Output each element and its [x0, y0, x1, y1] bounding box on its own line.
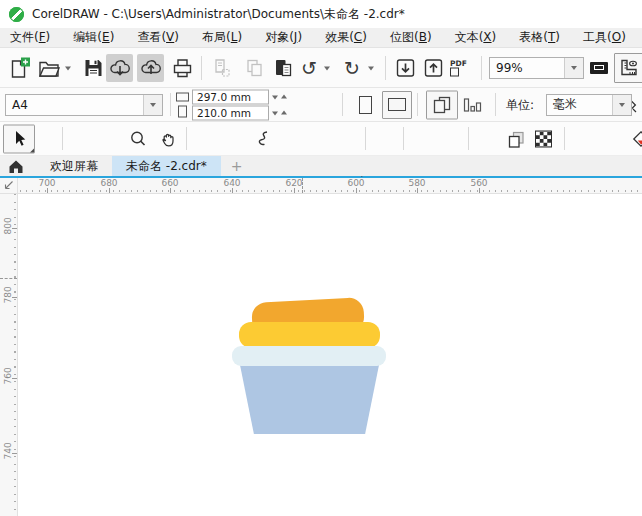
window-title: CorelDRAW - C:\Users\Administrator\Docum… — [32, 6, 405, 23]
page-size-dropdown[interactable] — [143, 95, 162, 115]
open-dropdown[interactable] — [65, 62, 71, 73]
pick-tool[interactable] — [3, 124, 35, 153]
new-tab-button[interactable]: + — [231, 158, 243, 174]
undo-dropdown[interactable] — [324, 62, 330, 73]
export-button[interactable] — [422, 56, 445, 79]
home-icon — [8, 159, 24, 174]
portrait-button[interactable] — [352, 92, 378, 118]
ruler-number: 800 — [3, 218, 13, 235]
page-width-field[interactable]: 297.0 mm — [192, 89, 269, 104]
ruler-number: 760 — [3, 368, 13, 385]
paste-button[interactable] — [272, 56, 295, 79]
chevron-down-icon — [150, 103, 156, 110]
spinner-up-icon — [281, 91, 287, 98]
menu-item-object[interactable]: 对象(J) — [265, 29, 302, 46]
menu-item-text[interactable]: 文本(X) — [455, 29, 497, 46]
zoom-level-dropdown[interactable] — [564, 58, 583, 78]
page-width-spinner[interactable] — [272, 91, 287, 102]
smart-fill-tool[interactable] — [631, 129, 642, 149]
units-dropdown[interactable] — [612, 95, 631, 115]
zoom-level-combo[interactable]: 99% — [489, 57, 584, 79]
all-pages-icon — [431, 94, 453, 116]
redo-dropdown[interactable] — [368, 62, 374, 73]
spinner-down-icon — [272, 95, 278, 102]
save-button[interactable] — [82, 56, 105, 79]
publish-to-pdf-button[interactable]: PDF — [450, 59, 467, 76]
toolbox-separator — [403, 127, 404, 150]
tab-label: 欢迎屏幕 — [50, 158, 98, 175]
copy-icon — [243, 56, 266, 79]
page-dimension-icons — [176, 92, 189, 117]
chevron-down-icon — [324, 66, 330, 73]
landscape-icon — [388, 98, 406, 111]
propbar-separator — [170, 93, 171, 116]
tab-document[interactable]: 未命名 -2.cdr* — [112, 156, 221, 176]
new-document-icon — [8, 56, 31, 79]
chevron-down-icon — [619, 103, 625, 110]
save-to-cloud-button[interactable] — [106, 54, 133, 82]
copy-button — [243, 56, 266, 79]
import-icon — [394, 56, 417, 79]
page-height-spinner[interactable] — [272, 107, 287, 118]
toolbar-separator — [201, 56, 202, 80]
ruler-origin[interactable] — [0, 178, 18, 193]
cupcake-cup[interactable] — [240, 365, 379, 434]
ruler-eye-icon — [618, 57, 640, 79]
undo-icon: ↺ — [301, 58, 317, 77]
cloud-download-icon — [109, 57, 131, 79]
import-button[interactable] — [394, 56, 417, 79]
full-screen-preview-button[interactable] — [590, 62, 608, 74]
b-spline-tool[interactable] — [254, 129, 274, 149]
toolbar-separator — [385, 56, 386, 80]
vertical-ruler[interactable]: 800 780 760 740 — [0, 194, 18, 516]
cupcake-frosting[interactable] — [239, 322, 380, 348]
ruler-minor-ticks — [20, 190, 642, 192]
menu-item-tools[interactable]: 工具(O) — [583, 29, 626, 46]
toolbox-separator — [62, 127, 63, 150]
menu-item-layout[interactable]: 布局(L) — [202, 29, 242, 46]
cut-button — [210, 56, 233, 79]
units-label: 单位: — [506, 96, 534, 113]
open-button[interactable] — [37, 56, 61, 80]
transparency-tool[interactable] — [506, 129, 526, 149]
menu-item-table[interactable]: 表格(T) — [519, 29, 560, 46]
page-size-combo[interactable]: A4 — [5, 94, 163, 116]
toolbox-separator — [564, 127, 565, 150]
menu-item-bitmaps[interactable]: 位图(B) — [390, 29, 432, 46]
page-width-icon — [176, 92, 189, 101]
landscape-button[interactable] — [382, 91, 412, 119]
page-numbering-button[interactable] — [461, 94, 483, 116]
tab-welcome-screen[interactable]: 欢迎屏幕 — [36, 156, 112, 176]
ruler-number: 740 — [3, 443, 13, 460]
pan-tool[interactable] — [158, 129, 178, 149]
all-pages-button[interactable] — [426, 90, 458, 119]
pattern-fill-tool[interactable] — [535, 130, 552, 147]
drawing-canvas[interactable] — [18, 194, 642, 516]
page-height-icon — [178, 105, 187, 117]
show-rulers-button[interactable] — [614, 53, 642, 83]
new-document-button[interactable] — [8, 56, 31, 79]
units-combo[interactable]: 毫米 — [546, 94, 632, 116]
menu-item-view[interactable]: 查看(V) — [137, 29, 179, 46]
paste-icon — [272, 56, 295, 79]
redo-button[interactable]: ↻ — [344, 58, 360, 77]
zoom-secondary-tool[interactable] — [128, 129, 148, 149]
undo-button[interactable]: ↺ — [301, 58, 317, 77]
page-edge-mark — [0, 278, 17, 279]
home-button[interactable] — [8, 159, 24, 174]
horizontal-ruler[interactable]: 700 680 660 640 620 600 580 560 — [0, 178, 642, 194]
transparency-icon — [506, 129, 526, 149]
ruler-number: 660 — [161, 178, 178, 188]
cloud-upload-icon — [140, 57, 162, 79]
page-height-field[interactable]: 210.0 mm — [192, 105, 269, 120]
open-from-cloud-button[interactable] — [137, 54, 164, 82]
pdf-page-icon — [450, 67, 459, 76]
propbar-separator — [417, 93, 418, 116]
menu-item-edit[interactable]: 编辑(E) — [73, 29, 114, 46]
coreldraw-window: CorelDRAW - C:\Users\Administrator\Docum… — [0, 0, 642, 516]
menu-item-file[interactable]: 文件(F) — [10, 29, 50, 46]
print-button[interactable] — [171, 56, 194, 79]
cupcake-rim[interactable] — [232, 346, 386, 366]
menu-item-effects[interactable]: 效果(C) — [325, 29, 367, 46]
zoom-level-value: 99% — [490, 61, 564, 75]
